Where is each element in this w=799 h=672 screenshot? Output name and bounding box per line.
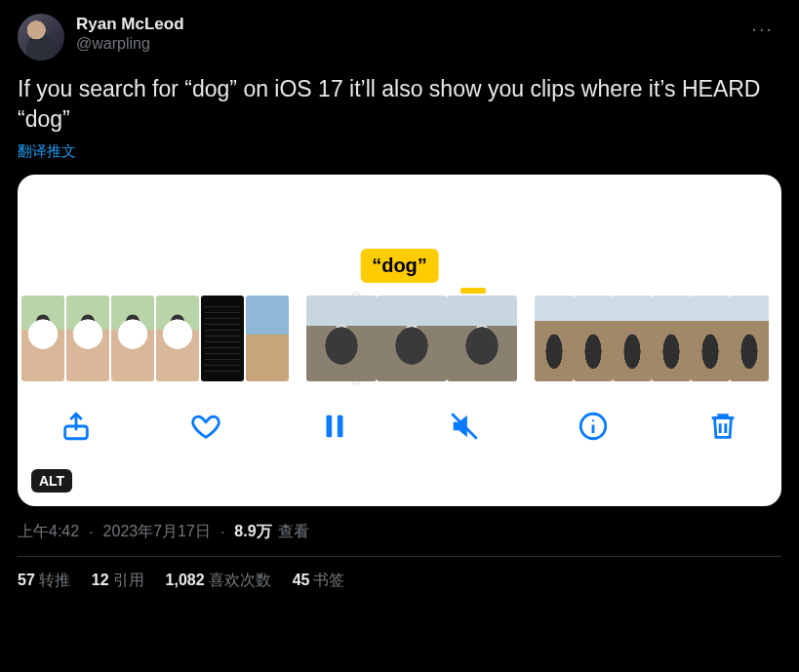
media-top-area: “dog”	[18, 175, 781, 296]
clip-frame	[574, 296, 613, 381]
stats-row: 57转推 12引用 1,082喜欢次数 45书签	[18, 557, 781, 591]
tweet-container: Ryan McLeod @warpling ··· If you search …	[0, 0, 799, 591]
info-button[interactable]	[572, 405, 615, 448]
clip-frame	[691, 296, 730, 381]
tweet-text: If you search for “dog” on iOS 17 it’ll …	[18, 74, 781, 135]
clip-group-1	[21, 296, 289, 383]
heart-icon	[189, 410, 222, 443]
info-icon	[577, 410, 610, 443]
stat-quotes[interactable]: 12引用	[92, 571, 144, 591]
clip-frame	[306, 296, 377, 381]
more-button[interactable]: ···	[743, 14, 781, 44]
tweet-header: Ryan McLeod @warpling ···	[18, 14, 781, 60]
bookmarks-count: 45	[293, 572, 310, 588]
stat-bookmarks[interactable]: 45书签	[293, 571, 345, 591]
pause-icon	[318, 410, 351, 443]
views-count: 8.9万	[234, 522, 271, 542]
quotes-count: 12	[92, 572, 109, 588]
likes-count: 1,082	[166, 572, 205, 588]
pause-button[interactable]	[313, 405, 356, 448]
clip-frame	[377, 296, 447, 381]
svg-point-4	[592, 419, 594, 421]
meta-separator	[217, 524, 228, 541]
trash-button[interactable]	[701, 405, 744, 448]
share-button[interactable]	[55, 405, 98, 448]
clip-frame	[156, 296, 199, 381]
clip-group-3	[535, 296, 769, 383]
clip-frame	[730, 296, 769, 381]
author-handle: @warpling	[76, 34, 184, 54]
media-toolbar	[18, 383, 781, 448]
avatar[interactable]	[18, 14, 64, 60]
caption-marker	[460, 288, 486, 294]
likes-label: 喜欢次数	[209, 572, 271, 588]
clip-frame	[66, 296, 109, 381]
tweet-time[interactable]: 上午4:42	[18, 522, 79, 542]
media-card[interactable]: “dog”	[18, 175, 781, 506]
clip-frame	[447, 296, 517, 381]
retweets-count: 57	[18, 572, 35, 588]
clip-frame	[111, 296, 154, 381]
stat-retweets[interactable]: 57转推	[18, 571, 70, 591]
clip-frame	[201, 296, 244, 381]
clip-frame	[613, 296, 652, 381]
like-button[interactable]	[184, 405, 227, 448]
tweet-meta: 上午4:42 2023年7月17日 8.9万 查看	[18, 522, 781, 542]
share-icon	[60, 410, 93, 443]
svg-rect-2	[338, 415, 343, 438]
clip-frame	[652, 296, 691, 381]
bookmarks-label: 书签	[313, 572, 344, 588]
translate-link[interactable]: 翻译推文	[18, 142, 781, 161]
svg-rect-1	[327, 415, 333, 438]
tweet-date[interactable]: 2023年7月17日	[103, 522, 211, 542]
clip-timeline[interactable]	[18, 296, 781, 383]
retweets-label: 转推	[39, 572, 70, 588]
caption-tag: “dog”	[360, 249, 439, 283]
author-block[interactable]: Ryan McLeod @warpling	[76, 14, 184, 54]
stat-likes[interactable]: 1,082喜欢次数	[166, 571, 271, 591]
clip-frame	[21, 296, 64, 381]
mute-button[interactable]	[443, 405, 486, 448]
author-display-name: Ryan McLeod	[76, 14, 184, 34]
clip-frame	[246, 296, 289, 381]
speaker-muted-icon	[448, 410, 481, 443]
trash-icon	[706, 410, 739, 443]
quotes-label: 引用	[113, 572, 144, 588]
clip-frame	[535, 296, 574, 381]
alt-badge[interactable]: ALT	[31, 469, 72, 493]
views-label: 查看	[278, 522, 309, 542]
meta-separator	[85, 524, 97, 541]
clip-group-2	[306, 296, 517, 383]
